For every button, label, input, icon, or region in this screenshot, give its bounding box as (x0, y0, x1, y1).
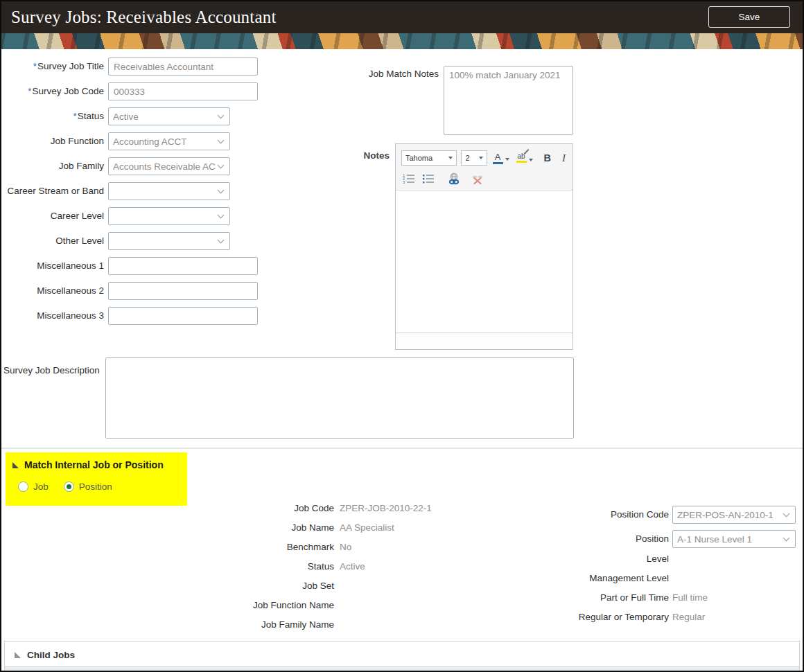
match-internal-job-or-position-section: Match Internal Job or Position Job Posit… (6, 452, 187, 506)
level-label: Level (647, 552, 669, 566)
field-label-other-level: Other Level (55, 232, 104, 250)
insert-link-button[interactable] (446, 172, 462, 186)
career-level-select[interactable] (108, 207, 230, 225)
child-jobs-title: Child Jobs (27, 650, 75, 660)
job-name-value: AA Specialist (340, 521, 394, 535)
miscellaneous-1-input[interactable] (108, 257, 258, 275)
chevron-down-icon (783, 511, 790, 518)
collapse-triangle-icon (15, 652, 21, 658)
bullet-list-icon (422, 173, 435, 184)
highlight-color-button[interactable]: ab (515, 152, 534, 163)
job-status-label: Status (308, 560, 334, 574)
job-match-notes-label: Job Match Notes (369, 67, 439, 81)
radio-job-label: Job (33, 481, 49, 492)
radio-job[interactable]: Job (18, 481, 49, 492)
job-code-value: ZPER-JOB-2010-22-1 (340, 502, 432, 515)
chevron-down-icon (218, 187, 225, 194)
font-family-select[interactable]: Tahoma (401, 150, 457, 166)
notes-label: Notes (363, 149, 390, 163)
job-function-select[interactable]: Accounting ACCT (108, 132, 230, 150)
match-section-title: Match Internal Job or Position (24, 459, 164, 470)
save-button[interactable]: Save (708, 6, 790, 28)
notes-content-area[interactable] (396, 191, 573, 333)
field-label-miscellaneous-3: Miscellaneous 3 (37, 307, 104, 325)
field-label-miscellaneous-1: Miscellaneous 1 (37, 257, 104, 275)
insert-link-icon (447, 173, 461, 185)
chevron-down-icon (218, 112, 225, 119)
job-code-label: Job Code (294, 502, 334, 515)
job-match-notes-textarea[interactable]: 100% match January 2021 (444, 66, 573, 135)
field-label-survey-job-code: *Survey Job Code (28, 82, 104, 100)
ordered-list-button[interactable]: 1 2 3 (401, 173, 417, 185)
remove-link-icon (471, 173, 484, 185)
position-code-label: Position Code (611, 506, 669, 524)
match-radio-group: Job Position (18, 481, 112, 492)
job-family-name-label: Job Family Name (261, 618, 334, 632)
match-section-header[interactable]: Match Internal Job or Position (12, 459, 164, 470)
regular-or-temporary-label: Regular or Temporary (579, 610, 669, 624)
bold-button[interactable]: B (543, 152, 552, 164)
notes-rich-text-editor: Tahoma 2 A ab (395, 143, 573, 350)
radio-position-label: Position (79, 481, 112, 492)
font-color-button[interactable]: A (491, 152, 511, 165)
chevron-down-icon (218, 237, 225, 244)
radio-position[interactable]: Position (64, 481, 112, 492)
font-size-select[interactable]: 2 (461, 150, 487, 166)
bullet-list-button[interactable] (421, 173, 436, 185)
field-label-status: *Status (73, 107, 104, 125)
survey-job-description-textarea[interactable] (105, 357, 574, 439)
job-name-label: Job Name (291, 521, 334, 535)
benchmark-label: Benchmark (287, 540, 334, 554)
font-color-icon: A (493, 152, 503, 164)
svg-text:3: 3 (403, 180, 405, 184)
field-label-job-family: Job Family (59, 157, 104, 175)
position-label: Position (636, 530, 669, 548)
benchmark-value: No (340, 540, 351, 554)
section-divider (1, 448, 803, 449)
survey-job-code-input[interactable] (108, 82, 258, 100)
survey-job-description-label: Survey Job Description (3, 362, 100, 380)
status-select[interactable]: Active (108, 107, 230, 125)
chevron-down-icon (218, 212, 225, 219)
miscellaneous-2-input[interactable] (108, 282, 258, 300)
radio-job-circle (18, 481, 28, 492)
caret-down-icon (505, 158, 509, 161)
child-jobs-table-header-strip (4, 666, 800, 671)
chevron-down-icon (218, 162, 225, 169)
collapse-triangle-icon (12, 462, 19, 468)
job-status-value: Active (340, 560, 365, 574)
ordered-list-icon: 1 2 3 (403, 173, 415, 184)
highlight-color-icon: ab (516, 153, 527, 163)
remove-link-button[interactable] (469, 172, 486, 186)
caret-down-icon (479, 157, 483, 159)
field-label-career-stream-or-band: Career Stream or Band (7, 182, 104, 200)
position-code-select[interactable]: ZPER-POS-AN-2010-1 (672, 506, 796, 524)
regular-or-temporary-value: Regular (672, 610, 705, 624)
required-asterisk: * (28, 86, 31, 96)
survey-job-title-input[interactable] (108, 58, 258, 76)
part-or-full-time-label: Part or Full Time (600, 591, 669, 605)
job-set-label: Job Set (302, 579, 334, 593)
job-function-name-label: Job Function Name (253, 599, 334, 612)
survey-jobs-page: Survey Jobs: Receivables Accountant Save… (0, 0, 804, 672)
position-select[interactable]: A-1 Nurse Level 1 (672, 530, 796, 548)
italic-button[interactable]: I (561, 152, 567, 165)
field-label-survey-job-title: *Survey Job Title (33, 58, 104, 76)
other-level-select[interactable] (108, 232, 230, 250)
child-jobs-header[interactable]: Child Jobs (15, 650, 75, 660)
field-label-miscellaneous-2: Miscellaneous 2 (37, 282, 104, 300)
miscellaneous-3-input[interactable] (108, 307, 258, 325)
career-stream-or-band-select[interactable] (108, 182, 230, 200)
chevron-down-icon (783, 535, 790, 542)
decorative-banner (1, 33, 803, 49)
chevron-down-icon (218, 137, 225, 144)
radio-selected-dot (67, 484, 71, 489)
required-asterisk: * (33, 61, 37, 71)
field-label-job-function: Job Function (51, 132, 104, 150)
caret-down-icon (448, 157, 453, 159)
management-level-label: Management Level (589, 572, 669, 585)
required-asterisk: * (73, 111, 76, 121)
page-title: Survey Jobs: Receivables Accountant (1, 8, 277, 27)
field-label-career-level: Career Level (51, 207, 104, 225)
job-family-select[interactable]: Accounts Receivable AC (108, 157, 230, 175)
